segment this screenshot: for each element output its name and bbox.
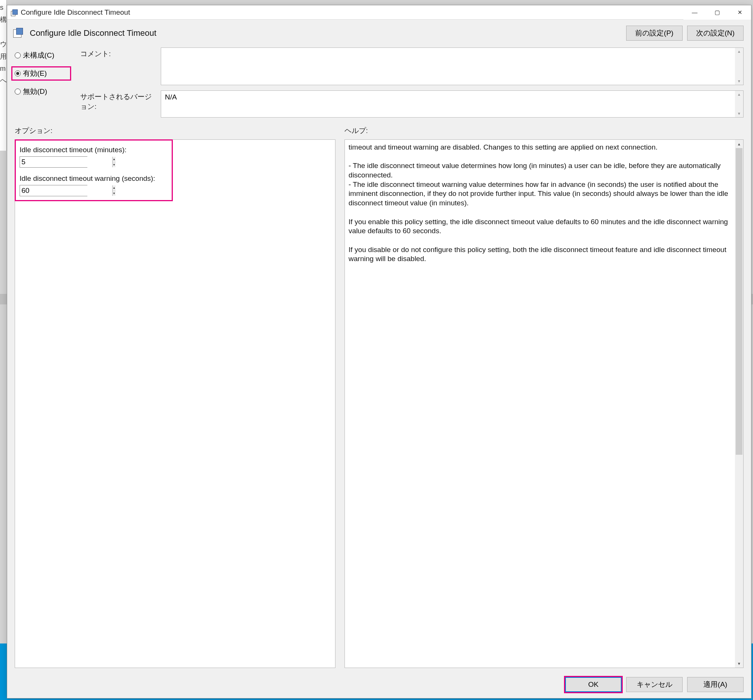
comment-scrollbar[interactable]: ▲ ▼ <box>735 48 743 85</box>
idle-warning-label: Idle disconnect timeout warning (seconds… <box>20 175 168 183</box>
comment-label: コメント: <box>80 47 156 85</box>
apply-button[interactable]: 適用(A) <box>687 677 744 692</box>
spinner-down-icon[interactable]: ▼ <box>112 162 115 168</box>
policy-icon <box>13 28 24 38</box>
options-highlight: Idle disconnect timeout (minutes): ▲ ▼ I… <box>15 139 173 201</box>
setting-title: Configure Idle Disconnect Timeout <box>30 28 156 38</box>
supported-field: N/A ▲ ▼ <box>161 91 744 117</box>
scroll-up-icon[interactable]: ▲ <box>737 91 741 98</box>
supported-value: N/A <box>165 93 177 102</box>
previous-setting-button[interactable]: 前の設定(P) <box>626 26 683 41</box>
window-title: Configure Idle Disconnect Timeout <box>21 8 130 17</box>
idle-warning-spinner[interactable]: ▲ ▼ <box>20 185 87 196</box>
titlebar[interactable]: Configure Idle Disconnect Timeout — ▢ ✕ <box>7 5 751 20</box>
cancel-button[interactable]: キャンセル <box>626 677 683 692</box>
background-fragment: s構 ウ用mヘ <box>0 0 7 151</box>
supported-label: サポートされるバージョン: <box>80 91 156 117</box>
header-row: Configure Idle Disconnect Timeout 前の設定(P… <box>7 20 751 44</box>
scroll-thumb[interactable] <box>736 148 742 455</box>
scroll-up-icon[interactable]: ▲ <box>737 48 741 55</box>
footer: OK キャンセル 適用(A) <box>7 673 751 698</box>
spinner-up-icon[interactable]: ▲ <box>112 157 115 162</box>
radio-enabled[interactable]: 有効(E) <box>11 66 71 81</box>
comment-textarea[interactable]: ▲ ▼ <box>161 47 744 85</box>
help-label: ヘルプ: <box>345 126 744 136</box>
spinner-down-icon[interactable]: ▼ <box>112 191 115 196</box>
scroll-down-icon[interactable]: ▼ <box>737 110 741 117</box>
options-label: オプション: <box>15 126 335 136</box>
radio-dot-icon <box>15 52 21 58</box>
scroll-down-icon[interactable]: ▼ <box>737 78 741 85</box>
idle-timeout-spinner[interactable]: ▲ ▼ <box>20 156 87 168</box>
window-controls: — ▢ ✕ <box>683 5 751 20</box>
idle-warning-input[interactable] <box>20 185 112 196</box>
scroll-up-icon[interactable]: ▲ <box>735 140 743 148</box>
close-button[interactable]: ✕ <box>728 5 751 20</box>
radio-dot-icon <box>15 70 21 77</box>
scroll-track[interactable] <box>735 148 743 659</box>
section-labels: オプション: ヘルプ: <box>7 123 751 139</box>
mid-fields: コメント: ▲ ▼ サポートされるバージョン: N/A ▲ ▼ <box>80 47 744 117</box>
maximize-button[interactable]: ▢ <box>706 5 728 20</box>
radio-label: 有効(E) <box>23 69 47 78</box>
options-panel: Idle disconnect timeout (minutes): ▲ ▼ I… <box>15 139 335 668</box>
state-row: 未構成(C) 有効(E) 無効(D) コメント: ▲ <box>7 44 751 123</box>
dialog-window: Configure Idle Disconnect Timeout — ▢ ✕ … <box>7 5 751 698</box>
state-radios: 未構成(C) 有効(E) 無効(D) <box>15 47 71 117</box>
help-scrollbar[interactable]: ▲ ▼ <box>735 140 743 667</box>
radio-label: 無効(D) <box>23 87 47 97</box>
radio-label: 未構成(C) <box>23 50 54 60</box>
help-text: timeout and timeout warning are disabled… <box>345 140 735 667</box>
spinner-up-icon[interactable]: ▲ <box>112 185 115 191</box>
radio-not-configured[interactable]: 未構成(C) <box>15 50 71 60</box>
window-icon <box>10 9 18 16</box>
scroll-down-icon[interactable]: ▼ <box>735 659 743 667</box>
radio-dot-icon <box>15 89 21 95</box>
content: Configure Idle Disconnect Timeout 前の設定(P… <box>7 20 751 698</box>
next-setting-button[interactable]: 次の設定(N) <box>687 26 744 41</box>
ok-button[interactable]: OK <box>565 677 622 692</box>
minimize-button[interactable]: — <box>683 5 706 20</box>
idle-timeout-label: Idle disconnect timeout (minutes): <box>20 146 168 154</box>
radio-disabled[interactable]: 無効(D) <box>15 87 71 97</box>
help-panel: timeout and timeout warning are disabled… <box>345 139 744 668</box>
supported-scrollbar[interactable]: ▲ ▼ <box>735 91 743 117</box>
panels: Idle disconnect timeout (minutes): ▲ ▼ I… <box>7 139 751 673</box>
idle-timeout-input[interactable] <box>20 157 112 167</box>
